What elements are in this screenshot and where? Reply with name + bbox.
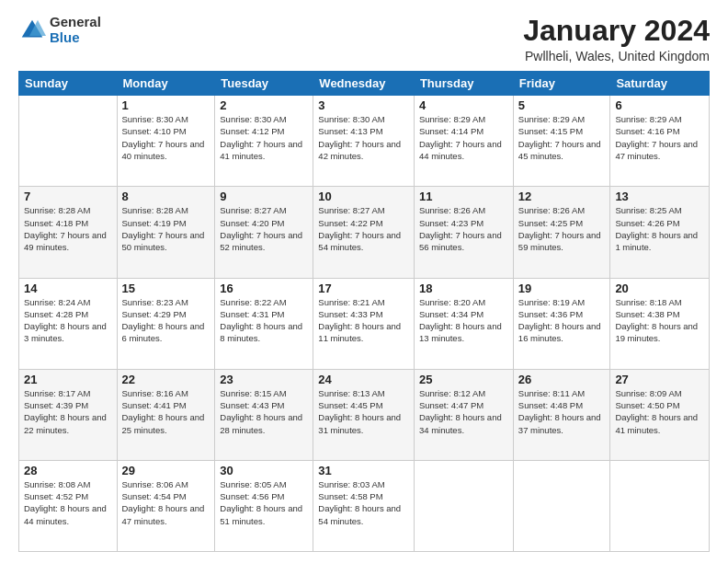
day-number: 15 [122,282,210,295]
day-info: Sunrise: 8:28 AMSunset: 4:18 PMDaylight:… [24,204,112,253]
day-info: Sunrise: 8:22 AMSunset: 4:31 PMDaylight:… [220,296,308,345]
day-number: 22 [122,373,210,386]
table-row [513,460,610,551]
col-wednesday: Wednesday [313,72,415,96]
table-row: 12 Sunrise: 8:26 AMSunset: 4:25 PMDaylig… [513,187,610,278]
day-info: Sunrise: 8:20 AMSunset: 4:34 PMDaylight:… [419,296,508,345]
table-row: 22 Sunrise: 8:16 AMSunset: 4:41 PMDaylig… [117,369,215,460]
table-row: 14 Sunrise: 8:24 AMSunset: 4:28 PMDaylig… [19,278,118,369]
day-info: Sunrise: 8:06 AMSunset: 4:54 PMDaylight:… [122,478,210,527]
table-row: 5 Sunrise: 8:29 AMSunset: 4:15 PMDayligh… [513,96,610,187]
day-number: 7 [24,190,112,203]
logo-text: General Blue [50,15,101,45]
table-row [414,460,513,551]
day-info: Sunrise: 8:29 AMSunset: 4:15 PMDaylight:… [518,113,606,162]
table-row: 4 Sunrise: 8:29 AMSunset: 4:14 PMDayligh… [414,96,513,187]
day-number: 12 [518,190,606,203]
day-number: 31 [318,464,409,477]
title-block: January 2024 Pwllheli, Wales, United Kin… [523,15,710,63]
day-number: 14 [24,282,112,295]
day-info: Sunrise: 8:24 AMSunset: 4:28 PMDaylight:… [24,296,112,345]
day-info: Sunrise: 8:16 AMSunset: 4:41 PMDaylight:… [122,387,210,436]
day-number: 21 [24,373,112,386]
day-number: 13 [615,190,704,203]
day-info: Sunrise: 8:12 AMSunset: 4:47 PMDaylight:… [419,387,508,436]
table-row: 9 Sunrise: 8:27 AMSunset: 4:20 PMDayligh… [215,187,313,278]
day-info: Sunrise: 8:23 AMSunset: 4:29 PMDaylight:… [122,296,210,345]
table-row: 11 Sunrise: 8:26 AMSunset: 4:23 PMDaylig… [414,187,513,278]
day-number: 2 [220,98,308,112]
day-info: Sunrise: 8:03 AMSunset: 4:58 PMDaylight:… [318,478,409,527]
calendar-row: 7 Sunrise: 8:28 AMSunset: 4:18 PMDayligh… [19,187,710,278]
table-row: 29 Sunrise: 8:06 AMSunset: 4:54 PMDaylig… [117,460,215,551]
day-number: 28 [24,464,112,477]
day-number: 16 [220,282,308,295]
table-row: 27 Sunrise: 8:09 AMSunset: 4:50 PMDaylig… [610,369,710,460]
table-row: 25 Sunrise: 8:12 AMSunset: 4:47 PMDaylig… [414,369,513,460]
col-saturday: Saturday [610,72,710,96]
table-row: 19 Sunrise: 8:19 AMSunset: 4:36 PMDaylig… [513,278,610,369]
col-tuesday: Tuesday [215,72,313,96]
day-info: Sunrise: 8:05 AMSunset: 4:56 PMDaylight:… [220,478,308,527]
day-info: Sunrise: 8:17 AMSunset: 4:39 PMDaylight:… [24,387,112,436]
day-number: 5 [518,98,606,112]
calendar-row: 1 Sunrise: 8:30 AMSunset: 4:10 PMDayligh… [19,96,710,187]
day-number: 20 [615,282,704,295]
col-monday: Monday [117,72,215,96]
table-row: 21 Sunrise: 8:17 AMSunset: 4:39 PMDaylig… [19,369,118,460]
page: General Blue January 2024 Pwllheli, Wale… [0,0,728,563]
calendar-row: 21 Sunrise: 8:17 AMSunset: 4:39 PMDaylig… [19,369,710,460]
day-info: Sunrise: 8:27 AMSunset: 4:20 PMDaylight:… [220,204,308,253]
day-number: 30 [220,464,308,477]
table-row: 16 Sunrise: 8:22 AMSunset: 4:31 PMDaylig… [215,278,313,369]
table-row [19,96,118,187]
header: General Blue January 2024 Pwllheli, Wale… [18,15,710,63]
calendar-row: 28 Sunrise: 8:08 AMSunset: 4:52 PMDaylig… [19,460,710,551]
day-info: Sunrise: 8:09 AMSunset: 4:50 PMDaylight:… [615,387,704,436]
logo-blue-text: Blue [50,30,101,46]
day-number: 11 [419,190,508,203]
day-info: Sunrise: 8:30 AMSunset: 4:10 PMDaylight:… [122,113,210,162]
day-number: 27 [615,373,704,386]
day-number: 9 [220,190,308,203]
day-info: Sunrise: 8:29 AMSunset: 4:14 PMDaylight:… [419,113,508,162]
day-number: 8 [122,190,210,203]
day-number: 19 [518,282,606,295]
day-info: Sunrise: 8:29 AMSunset: 4:16 PMDaylight:… [615,113,704,162]
logo-icon [18,17,46,44]
day-number: 3 [318,98,409,112]
table-row: 28 Sunrise: 8:08 AMSunset: 4:52 PMDaylig… [19,460,118,551]
day-info: Sunrise: 8:26 AMSunset: 4:25 PMDaylight:… [518,204,606,253]
table-row: 23 Sunrise: 8:15 AMSunset: 4:43 PMDaylig… [215,369,313,460]
table-row [610,460,710,551]
day-number: 25 [419,373,508,386]
table-row: 1 Sunrise: 8:30 AMSunset: 4:10 PMDayligh… [117,96,215,187]
day-info: Sunrise: 8:11 AMSunset: 4:48 PMDaylight:… [518,387,606,436]
day-info: Sunrise: 8:21 AMSunset: 4:33 PMDaylight:… [318,296,409,345]
day-number: 10 [318,190,409,203]
table-row: 10 Sunrise: 8:27 AMSunset: 4:22 PMDaylig… [313,187,415,278]
header-row: Sunday Monday Tuesday Wednesday Thursday… [19,72,710,96]
day-number: 1 [122,98,210,112]
col-thursday: Thursday [414,72,513,96]
day-number: 6 [615,98,704,112]
table-row: 30 Sunrise: 8:05 AMSunset: 4:56 PMDaylig… [215,460,313,551]
day-info: Sunrise: 8:28 AMSunset: 4:19 PMDaylight:… [122,204,210,253]
table-row: 2 Sunrise: 8:30 AMSunset: 4:12 PMDayligh… [215,96,313,187]
month-title: January 2024 [523,15,710,47]
day-info: Sunrise: 8:30 AMSunset: 4:12 PMDaylight:… [220,113,308,162]
day-info: Sunrise: 8:13 AMSunset: 4:45 PMDaylight:… [318,387,409,436]
table-row: 20 Sunrise: 8:18 AMSunset: 4:38 PMDaylig… [610,278,710,369]
day-number: 4 [419,98,508,112]
table-row: 15 Sunrise: 8:23 AMSunset: 4:29 PMDaylig… [117,278,215,369]
col-sunday: Sunday [19,72,118,96]
day-info: Sunrise: 8:27 AMSunset: 4:22 PMDaylight:… [318,204,409,253]
day-number: 24 [318,373,409,386]
day-number: 29 [122,464,210,477]
col-friday: Friday [513,72,610,96]
calendar-row: 14 Sunrise: 8:24 AMSunset: 4:28 PMDaylig… [19,278,710,369]
day-info: Sunrise: 8:08 AMSunset: 4:52 PMDaylight:… [24,478,112,527]
table-row: 3 Sunrise: 8:30 AMSunset: 4:13 PMDayligh… [313,96,415,187]
day-number: 23 [220,373,308,386]
day-info: Sunrise: 8:25 AMSunset: 4:26 PMDaylight:… [615,204,704,253]
